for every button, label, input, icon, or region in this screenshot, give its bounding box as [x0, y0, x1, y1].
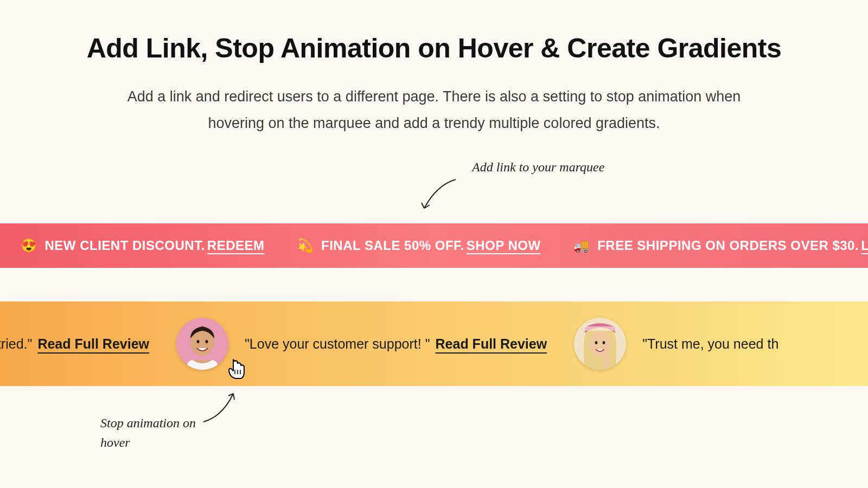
promo-link-redeem[interactable]: REDEEM	[207, 238, 265, 253]
truck-icon: 🚚	[573, 238, 590, 253]
review-quote: "Trust me, you need th	[642, 336, 778, 352]
review-item: "Love your customer support! " Read Full…	[176, 318, 547, 370]
svg-point-11	[603, 341, 605, 344]
hero-section: Add Link, Stop Animation on Hover & Crea…	[0, 0, 868, 136]
review-item: "Trust me, you need th	[574, 318, 784, 370]
avatar	[176, 318, 228, 370]
heart-eyes-icon: 😍	[21, 238, 37, 253]
annotation-add-link: Add link to your marquee	[472, 157, 613, 177]
promo-item: 🚚 FREE SHIPPING ON ORDERS OVER $30. LEAR…	[573, 238, 868, 253]
promo-text: FREE SHIPPING ON ORDERS OVER $30.	[597, 238, 859, 253]
arrow-icon	[201, 388, 244, 426]
review-link[interactable]: Read Full Review	[37, 336, 149, 352]
review-link[interactable]: Read Full Review	[436, 336, 547, 352]
promo-text: NEW CLIENT DISCOUNT.	[45, 238, 205, 253]
promo-text: FINAL SALE 50% OFF.	[321, 238, 464, 253]
review-quote: ral deodorant I've ever tried."	[0, 336, 32, 352]
page-title: Add Link, Stop Animation on Hover & Crea…	[0, 33, 868, 64]
svg-rect-8	[585, 326, 615, 331]
marquee-reviews-bar[interactable]: ral deodorant I've ever tried." Read Ful…	[0, 301, 868, 386]
review-item: ral deodorant I've ever tried." Read Ful…	[0, 336, 149, 352]
svg-point-3	[197, 340, 200, 343]
sparkle-icon: 💫	[297, 238, 314, 253]
marquee-promo-bar[interactable]: 😍 NEW CLIENT DISCOUNT. REDEEM 💫 FINAL SA…	[0, 223, 868, 268]
promo-item: 😍 NEW CLIENT DISCOUNT. REDEEM	[21, 238, 265, 253]
svg-point-4	[206, 340, 208, 343]
promo-link-shop-now[interactable]: SHOP NOW	[467, 238, 541, 253]
promo-link-learn-more[interactable]: LEARN MORE	[861, 238, 868, 253]
promo-item: 💫 FINAL SALE 50% OFF. SHOP NOW	[297, 238, 541, 253]
svg-point-9	[589, 331, 611, 357]
review-quote: "Love your customer support! "	[245, 336, 430, 352]
svg-point-10	[595, 341, 598, 344]
avatar	[574, 318, 626, 370]
page-subtitle: Add a link and redirect users to a diffe…	[108, 84, 760, 136]
arrow-icon	[418, 177, 461, 215]
